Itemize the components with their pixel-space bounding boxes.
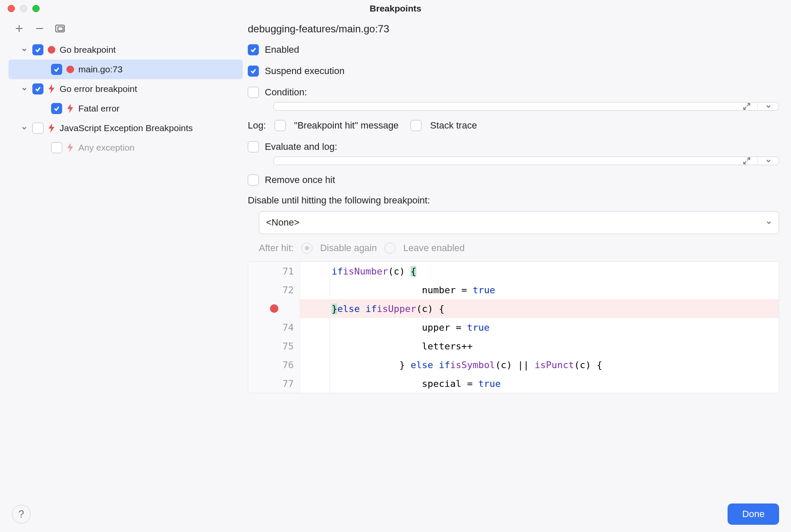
close-window-button[interactable] (8, 5, 15, 12)
checkbox[interactable] (32, 123, 43, 134)
exception-breakpoint-icon (47, 123, 56, 133)
code-preview[interactable]: 71 if isNumber(c) { 72 number = true } e (248, 261, 779, 393)
gutter-extra (300, 337, 330, 355)
code-line: } else if isSymbol(c) || isPunct(c) { (330, 355, 779, 374)
suspend-label: Suspend execution (265, 66, 344, 77)
minimize-window-button[interactable] (20, 5, 27, 12)
gutter-extra (300, 299, 330, 318)
gutter-extra (300, 262, 330, 280)
remove-breakpoint-button[interactable] (34, 23, 45, 34)
disable-until-label: Disable until hitting the following brea… (248, 195, 779, 206)
gutter-line-number[interactable]: 74 (248, 318, 300, 337)
chevron-down-icon (766, 217, 772, 228)
exception-breakpoint-icon (66, 143, 75, 152)
disable-until-select[interactable]: <None> (259, 211, 779, 234)
breakpoint-dot-icon (47, 45, 56, 54)
tree-group-go-error-breakpoint[interactable]: Go error breakpoint (9, 79, 243, 99)
remove-once-label: Remove once hit (265, 174, 335, 186)
breakpoint-details-panel: debugging-features/main.go:73 Enabled Su… (243, 23, 791, 496)
log-message-checkbox[interactable] (275, 120, 286, 131)
done-button[interactable]: Done (728, 503, 779, 525)
tree-node-label: Go error breakpoint (60, 84, 137, 94)
tree-group-js-exception-breakpoints[interactable]: JavaScript Exception Breakpoints (9, 118, 243, 138)
condition-input[interactable] (273, 102, 779, 111)
after-hit-disable-again-radio (301, 243, 312, 254)
breakpoint-dot-icon[interactable] (270, 304, 278, 313)
gutter-extra (300, 374, 330, 393)
gutter-line-number[interactable]: 76 (248, 355, 300, 374)
log-label: Log: (248, 120, 266, 131)
after-hit-label: After hit: (259, 243, 294, 254)
checkbox[interactable] (51, 142, 62, 153)
after-hit-opt-leave: Leave enabled (403, 243, 464, 254)
gutter-line-number[interactable]: 75 (248, 337, 300, 355)
after-hit-leave-enabled-radio (384, 243, 396, 254)
tree-node-label: Go breakpoint (60, 45, 116, 55)
breakpoint-dot-icon (66, 65, 75, 74)
enabled-checkbox[interactable] (248, 44, 259, 55)
log-message-label: "Breakpoint hit" message (294, 120, 399, 131)
chevron-down-icon[interactable] (20, 86, 29, 92)
svg-rect-4 (58, 27, 63, 31)
stack-trace-label: Stack trace (430, 120, 477, 131)
evaluate-checkbox[interactable] (248, 141, 259, 152)
after-hit-opt-disable: Disable again (320, 243, 377, 254)
code-line: letters++ (330, 337, 779, 355)
suspend-checkbox[interactable] (248, 66, 259, 77)
condition-label: Condition: (265, 87, 307, 98)
checkbox[interactable] (32, 83, 43, 94)
condition-checkbox[interactable] (248, 87, 259, 98)
tree-node-label: JavaScript Exception Breakpoints (60, 123, 193, 133)
chevron-down-icon[interactable] (20, 125, 29, 131)
help-button[interactable]: ? (12, 505, 31, 523)
tree-item-fatal-error[interactable]: Fatal error (9, 99, 243, 118)
chevron-down-icon[interactable] (757, 103, 779, 110)
enabled-label: Enabled (265, 44, 299, 55)
exception-breakpoint-icon (47, 84, 56, 94)
breakpoint-file-location: debugging-features/main.go:73 (248, 23, 779, 35)
checkbox[interactable] (51, 64, 62, 75)
expand-icon[interactable] (736, 103, 757, 110)
tree-node-label: Any exception (78, 143, 135, 153)
evaluate-input[interactable] (273, 157, 779, 165)
expand-icon[interactable] (736, 157, 757, 165)
tree-item-main-go-73[interactable]: main.go:73 (9, 60, 243, 79)
code-line: } else if isUpper(c) { (330, 299, 779, 318)
add-breakpoint-button[interactable] (14, 23, 25, 34)
code-line: special = true (330, 374, 779, 393)
tree-item-any-exception[interactable]: Any exception (9, 138, 243, 157)
tree-group-go-breakpoint[interactable]: Go breakpoint (9, 40, 243, 60)
gutter-line-number[interactable]: 72 (248, 280, 300, 299)
tree-node-label: Fatal error (78, 103, 120, 114)
remove-once-checkbox[interactable] (248, 174, 259, 186)
checkbox[interactable] (32, 44, 43, 55)
exception-breakpoint-icon (66, 104, 75, 113)
stack-trace-checkbox[interactable] (410, 120, 421, 131)
gutter-line-number[interactable]: 71 (248, 262, 300, 280)
group-by-button[interactable] (54, 23, 66, 34)
code-line: if isNumber(c) { (330, 262, 779, 280)
evaluate-label: Evaluate and log: (265, 141, 337, 152)
gutter-line-number[interactable]: 77 (248, 374, 300, 393)
breakpoint-tree[interactable]: Go breakpoint main.go:73 Go error breakp… (9, 40, 243, 496)
gutter-breakpoint[interactable] (248, 299, 300, 318)
checkbox[interactable] (51, 103, 62, 114)
code-line: upper = true (330, 318, 779, 337)
disable-until-value: <None> (266, 217, 766, 228)
window-title: Breakpoints (370, 3, 421, 14)
gutter-extra (300, 318, 330, 337)
chevron-down-icon[interactable] (20, 47, 29, 53)
chevron-down-icon[interactable] (757, 157, 779, 165)
gutter-extra (300, 280, 330, 299)
gutter-extra (300, 355, 330, 374)
maximize-window-button[interactable] (32, 5, 40, 12)
titlebar: Breakpoints (0, 0, 791, 17)
code-line: number = true (330, 280, 779, 299)
tree-node-label: main.go:73 (78, 64, 123, 74)
breakpoint-tree-panel: Go breakpoint main.go:73 Go error breakp… (0, 23, 243, 496)
